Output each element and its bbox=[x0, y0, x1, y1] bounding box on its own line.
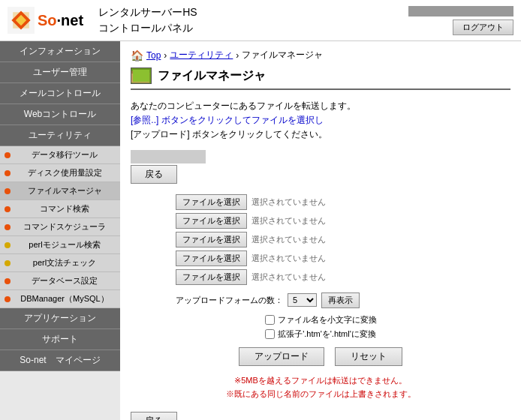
dot-icon bbox=[5, 296, 11, 302]
page-title: ファイルマネージャ bbox=[158, 68, 266, 84]
sidebar-item-disk[interactable]: ディスク使用量設定 bbox=[0, 164, 120, 182]
content-area: 🏠 Top › ユーティリティ › ファイルマネージャ ファイルマネージャ bbox=[120, 41, 521, 420]
breadcrumb-current: ファイルマネージャ bbox=[242, 49, 323, 62]
breadcrumb-home-icon: 🏠 bbox=[131, 50, 143, 62]
option-row-1: ファイル名を小文字に変換 bbox=[265, 314, 377, 326]
dot-icon bbox=[5, 242, 11, 248]
logo-icon bbox=[8, 7, 35, 34]
options-area: ファイル名を小文字に変換 拡張子'.htm'を'.html'に変換 bbox=[131, 314, 510, 340]
sidebar-item-cmd-sched[interactable]: コマンドスケジューラ bbox=[0, 218, 120, 236]
file-select-btn-4[interactable]: ファイルを選択 bbox=[176, 250, 247, 266]
svg-rect-7 bbox=[133, 74, 148, 75]
title-line2: コントロールパネル bbox=[98, 20, 197, 36]
upload-count-row: アップロードフォームの数： 5 3 7 10 再表示 bbox=[176, 292, 360, 308]
notes: ※5MBを越えるファイルは転送はできません。 ※既にある同じ名前のファイルは上書… bbox=[131, 374, 510, 401]
sidebar-item-app[interactable]: アプリケーション bbox=[0, 308, 120, 329]
breadcrumb-sep1: › bbox=[164, 50, 167, 61]
user-info bbox=[408, 6, 513, 16]
option-lowercase-checkbox[interactable] bbox=[265, 315, 275, 325]
svg-rect-4 bbox=[131, 71, 149, 83]
sidebar-item-cmd[interactable]: コマンド検索 bbox=[0, 200, 120, 218]
sidebar-item-utility[interactable]: ユーティリティ bbox=[0, 125, 120, 146]
breadcrumb-top-link[interactable]: Top bbox=[146, 50, 161, 61]
logo-so: So bbox=[38, 12, 57, 28]
description: あなたのコンピューターにあるファイルを転送します。 [参照..] ボタンをクリッ… bbox=[131, 99, 510, 142]
sidebar: インフォメーション ユーザー管理 メールコントロール Webコントロール ユーテ… bbox=[0, 41, 120, 420]
breadcrumb: 🏠 Top › ユーティリティ › ファイルマネージャ bbox=[131, 49, 510, 62]
svg-rect-5 bbox=[131, 72, 149, 82]
sidebar-item-db-settings[interactable]: データベース設定 bbox=[0, 272, 120, 290]
dot-icon bbox=[5, 188, 11, 194]
sidebar-item-perl-mod[interactable]: perlモジュール検索 bbox=[0, 236, 120, 254]
dot-icon bbox=[5, 206, 11, 212]
reset-button[interactable]: リセット bbox=[335, 347, 402, 366]
dot-icon bbox=[5, 170, 11, 176]
option-row-2: 拡張子'.htm'を'.html'に変換 bbox=[265, 328, 376, 340]
logo: So·net bbox=[8, 7, 83, 34]
file-row-2: ファイルを選択 選択されていません bbox=[176, 213, 326, 229]
file-status-1: 選択されていません bbox=[251, 196, 326, 208]
sidebar-item-support[interactable]: サポート bbox=[0, 329, 120, 350]
file-row-4: ファイルを選択 選択されていません bbox=[176, 250, 326, 266]
count-select[interactable]: 5 3 7 10 bbox=[288, 293, 317, 307]
svg-rect-6 bbox=[131, 71, 138, 74]
file-row-3: ファイルを選択 選択されていません bbox=[176, 232, 326, 248]
dot-icon bbox=[5, 152, 11, 158]
sidebar-item-file-mgr[interactable]: ファイルマネージャ bbox=[0, 182, 120, 200]
file-select-btn-1[interactable]: ファイルを選択 bbox=[176, 194, 247, 210]
title-line1: レンタルサーバーHS bbox=[98, 4, 197, 20]
file-status-4: 選択されていません bbox=[251, 253, 326, 264]
desc-line2: [参照..] ボタンをクリックしてファイルを選択し bbox=[131, 113, 510, 128]
desc-bracket1: [参照..] ボタンをクリックしてファイルを選択し bbox=[131, 115, 324, 125]
file-status-5: 選択されていません bbox=[251, 272, 326, 283]
main-layout: インフォメーション ユーザー管理 メールコントロール Webコントロール ユーテ… bbox=[0, 41, 521, 420]
breadcrumb-sep2: › bbox=[236, 50, 239, 61]
upload-form: ファイルを選択 選択されていません ファイルを選択 選択されていません ファイル… bbox=[176, 194, 510, 314]
file-row-5: ファイルを選択 選択されていません bbox=[176, 269, 326, 285]
dot-icon bbox=[5, 224, 11, 230]
sidebar-item-mypage[interactable]: So-net マイページ bbox=[0, 350, 120, 371]
url-bar bbox=[131, 150, 206, 164]
file-row-1: ファイルを選択 選択されていません bbox=[176, 194, 326, 210]
action-buttons: アップロード リセット bbox=[131, 347, 510, 366]
logo-net: ·net bbox=[57, 12, 84, 28]
logout-button[interactable]: ログアウト bbox=[453, 20, 513, 35]
sidebar-item-perl-syntax[interactable]: perl文法チェック bbox=[0, 254, 120, 272]
header: So·net レンタルサーバーHS コントロールパネル ログアウト bbox=[0, 0, 521, 41]
file-status-3: 選択されていません bbox=[251, 234, 326, 245]
page-title-area: ファイルマネージャ bbox=[131, 68, 510, 90]
back-button-bottom[interactable]: 戻る bbox=[131, 412, 177, 420]
sidebar-item-web[interactable]: Webコントロール bbox=[0, 104, 120, 125]
back-button-top[interactable]: 戻る bbox=[131, 165, 177, 184]
logo-area: So·net レンタルサーバーHS コントロールパネル bbox=[8, 4, 197, 36]
note-2: ※既にある同じ名前のファイルは上書きされます。 bbox=[131, 387, 510, 401]
file-status-2: 選択されていません bbox=[251, 215, 326, 226]
sidebar-item-db-manager[interactable]: DBManager（MySQL） bbox=[0, 290, 120, 308]
dot-icon bbox=[5, 278, 11, 284]
file-manager-icon bbox=[131, 68, 152, 84]
sidebar-item-info[interactable]: インフォメーション bbox=[0, 41, 120, 62]
option-ext-checkbox[interactable] bbox=[265, 329, 275, 339]
file-select-btn-5[interactable]: ファイルを選択 bbox=[176, 269, 247, 285]
header-title: レンタルサーバーHS コントロールパネル bbox=[98, 4, 197, 36]
desc-line3: [アップロード] ボタンをクリックしてください。 bbox=[131, 128, 510, 142]
desc-line1: あなたのコンピューターにあるファイルを転送します。 bbox=[131, 99, 510, 113]
file-select-btn-2[interactable]: ファイルを選択 bbox=[176, 213, 247, 229]
breadcrumb-utility-link[interactable]: ユーティリティ bbox=[170, 49, 233, 62]
dot-icon bbox=[5, 260, 11, 266]
header-right: ログアウト bbox=[408, 6, 513, 35]
note-1: ※5MBを越えるファイルは転送はできません。 bbox=[131, 374, 510, 388]
refresh-button[interactable]: 再表示 bbox=[321, 292, 360, 308]
folder-icon bbox=[131, 68, 151, 84]
file-select-btn-3[interactable]: ファイルを選択 bbox=[176, 232, 247, 248]
upload-button[interactable]: アップロード bbox=[239, 347, 324, 366]
sidebar-item-user[interactable]: ユーザー管理 bbox=[0, 62, 120, 83]
option-ext-label: 拡張子'.htm'を'.html'に変換 bbox=[278, 328, 376, 340]
upload-count-label: アップロードフォームの数： bbox=[176, 295, 283, 306]
logo-text: So·net bbox=[38, 12, 83, 29]
option-lowercase-label: ファイル名を小文字に変換 bbox=[278, 314, 377, 326]
sidebar-item-mail[interactable]: メールコントロール bbox=[0, 83, 120, 104]
sidebar-item-data-move[interactable]: データ移行ツール bbox=[0, 146, 120, 164]
